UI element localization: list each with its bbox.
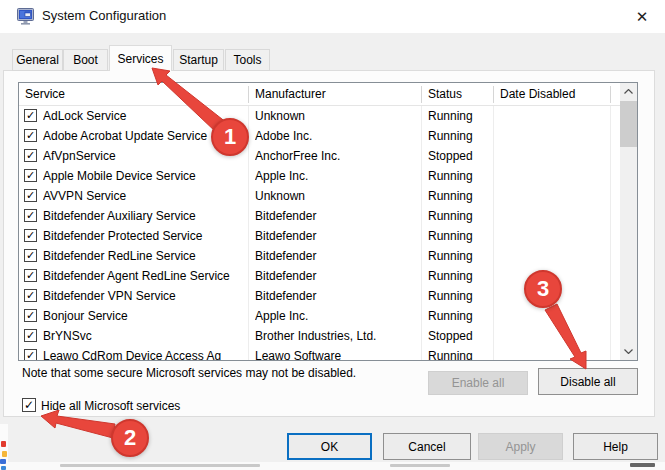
title-bar: System Configuration ✕: [0, 0, 665, 33]
manufacturer-cell: Bitdefender: [255, 229, 419, 243]
manufacturer-cell: Apple Inc.: [255, 169, 419, 183]
manufacturer-cell: Brother Industries, Ltd.: [255, 329, 419, 343]
status-cell: Running: [428, 169, 491, 183]
window-title: System Configuration: [42, 8, 166, 23]
status-cell: Running: [428, 109, 491, 123]
tab-services[interactable]: Services: [109, 45, 172, 71]
hide-microsoft-checkbox[interactable]: ✓: [22, 398, 36, 412]
manufacturer-cell: Leawo Software: [255, 349, 419, 360]
service-name-cell: Bonjour Service: [43, 309, 246, 323]
annotation-badge-1: 1: [211, 118, 249, 156]
status-cell: Stopped: [428, 149, 491, 163]
status-cell: Stopped: [428, 329, 491, 343]
service-row[interactable]: ✓ Bitdefender RedLine Service Bitdefende…: [19, 246, 620, 266]
header-divider: [493, 86, 494, 103]
vertical-scrollbar[interactable]: [620, 83, 637, 360]
service-name-cell: Bitdefender Agent RedLine Service: [43, 269, 246, 283]
service-name-cell: Bitdefender Auxiliary Service: [43, 209, 246, 223]
service-checkbox[interactable]: ✓: [24, 269, 37, 282]
service-name-cell: Leawo CdRom Device Access Ag: [43, 349, 246, 360]
service-row[interactable]: ✓ AdLock Service Unknown Running: [19, 106, 620, 126]
service-row[interactable]: ✓ Apple Mobile Device Service Apple Inc.…: [19, 166, 620, 186]
manufacturer-cell: Apple Inc.: [255, 309, 419, 323]
service-row[interactable]: ✓ Bitdefender Auxiliary Service Bitdefen…: [19, 206, 620, 226]
annotation-badge-3: 3: [524, 270, 562, 308]
service-row[interactable]: ✓ Bitdefender Protected Service Bitdefen…: [19, 226, 620, 246]
service-checkbox[interactable]: ✓: [24, 289, 37, 302]
services-list: Service Manufacturer Status Date Disable…: [18, 82, 638, 361]
service-name-cell: Bitdefender VPN Service: [43, 289, 246, 303]
service-row[interactable]: ✓ AVVPN Service Unknown Running: [19, 186, 620, 206]
header-divider: [610, 86, 611, 103]
service-row[interactable]: ✓ AfVpnService AnchorFree Inc. Stopped: [19, 146, 620, 166]
disable-all-button[interactable]: Disable all: [538, 368, 638, 395]
background-artifact: [0, 459, 6, 464]
service-name-cell: AfVpnService: [43, 149, 246, 163]
service-name-cell: Apple Mobile Device Service: [43, 169, 246, 183]
tab-boot[interactable]: Boot: [63, 49, 108, 71]
service-checkbox[interactable]: ✓: [24, 209, 37, 222]
service-checkbox[interactable]: ✓: [24, 229, 37, 242]
service-checkbox[interactable]: ✓: [24, 149, 37, 162]
service-checkbox[interactable]: ✓: [24, 129, 37, 142]
help-button[interactable]: Help: [573, 433, 658, 460]
service-checkbox[interactable]: ✓: [24, 349, 37, 360]
service-checkbox[interactable]: ✓: [24, 249, 37, 262]
tab-general-label: General: [16, 53, 59, 67]
service-checkbox[interactable]: ✓: [24, 109, 37, 122]
manufacturer-cell: Unknown: [255, 109, 419, 123]
service-name-cell: AVVPN Service: [43, 189, 246, 203]
background-artifact: [1, 466, 6, 470]
tab-startup[interactable]: Startup: [173, 49, 224, 71]
manufacturer-cell: Unknown: [255, 189, 419, 203]
service-name-cell: BrYNSvc: [43, 329, 246, 343]
status-cell: Running: [428, 229, 491, 243]
tab-services-label: Services: [117, 52, 163, 66]
service-row[interactable]: ✓ Bonjour Service Apple Inc. Running: [19, 306, 620, 326]
manufacturer-cell: AnchorFree Inc.: [255, 149, 419, 163]
apply-button[interactable]: Apply: [478, 433, 563, 460]
scrollbar-chevron-down-icon[interactable]: [620, 343, 637, 360]
tab-general[interactable]: General: [12, 49, 63, 71]
service-list-body: ✓ AdLock Service Unknown Running ✓ Adobe…: [19, 106, 620, 360]
service-name-cell: Bitdefender Protected Service: [43, 229, 246, 243]
header-status[interactable]: Status: [428, 87, 462, 101]
service-name-cell: Bitdefender RedLine Service: [43, 249, 246, 263]
service-checkbox[interactable]: ✓: [24, 329, 37, 342]
manufacturer-cell: Bitdefender: [255, 269, 419, 283]
background-page-sliver: [0, 462, 665, 470]
service-name-cell: AdLock Service: [43, 109, 246, 123]
close-icon[interactable]: ✕: [629, 5, 655, 29]
status-cell: Running: [428, 129, 491, 143]
service-row[interactable]: ✓ Leawo CdRom Device Access Ag Leawo Sof…: [19, 346, 620, 360]
status-cell: Running: [428, 309, 491, 323]
ok-button[interactable]: OK: [287, 433, 372, 460]
tab-startup-label: Startup: [179, 53, 218, 67]
msconfig-app-icon: [17, 8, 34, 25]
header-date-disabled[interactable]: Date Disabled: [500, 87, 575, 101]
background-artifact: [2, 451, 7, 457]
service-row[interactable]: ✓ Adobe Acrobat Update Service Adobe Inc…: [19, 126, 620, 146]
enable-all-button[interactable]: Enable all: [428, 371, 528, 395]
header-service[interactable]: Service: [25, 87, 65, 101]
service-checkbox[interactable]: ✓: [24, 189, 37, 202]
status-cell: Running: [428, 189, 491, 203]
cancel-button[interactable]: Cancel: [383, 433, 471, 460]
tab-tools-label: Tools: [233, 53, 261, 67]
manufacturer-cell: Bitdefender: [255, 289, 419, 303]
manufacturer-cell: Bitdefender: [255, 209, 419, 223]
status-cell: Running: [428, 249, 491, 263]
scrollbar-thumb[interactable]: [620, 101, 637, 147]
hide-microsoft-label: Hide all Microsoft services: [41, 399, 180, 413]
status-cell: Running: [428, 289, 491, 303]
manufacturer-cell: Bitdefender: [255, 249, 419, 263]
scrollbar-chevron-up-icon[interactable]: [620, 83, 637, 100]
header-divider: [421, 86, 422, 103]
service-checkbox[interactable]: ✓: [24, 309, 37, 322]
service-row[interactable]: ✓ BrYNSvc Brother Industries, Ltd. Stopp…: [19, 326, 620, 346]
service-checkbox[interactable]: ✓: [24, 169, 37, 182]
tab-boot-label: Boot: [73, 53, 98, 67]
header-divider: [248, 86, 249, 103]
tab-tools[interactable]: Tools: [225, 49, 270, 71]
header-manufacturer[interactable]: Manufacturer: [255, 87, 326, 101]
